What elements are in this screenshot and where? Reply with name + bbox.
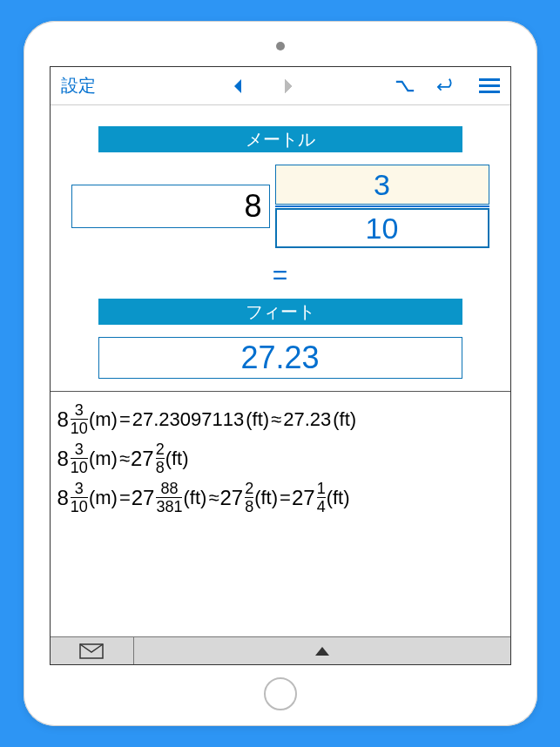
whole-input[interactable]: 8 xyxy=(71,185,270,228)
front-camera xyxy=(276,42,285,50)
result-output: 27.23 xyxy=(98,337,462,379)
mail-icon xyxy=(79,643,104,659)
result-line-1: 8310 (m) = 27.23097113 (ft) ≈ 27.23 (ft) xyxy=(57,402,503,436)
conversion-panel: メートル 8 3 10 = フィート 27.23 xyxy=(51,105,510,391)
expand-button[interactable] xyxy=(134,637,510,664)
tablet-frame: 設定 メートル xyxy=(24,21,537,726)
fraction-bar xyxy=(275,205,489,207)
result-line-2: 8310 (m) ≈ 2728 (ft) xyxy=(57,441,503,475)
next-icon xyxy=(279,77,298,96)
mail-button[interactable] xyxy=(51,637,134,664)
prev-icon[interactable] xyxy=(228,77,247,96)
from-unit-bar[interactable]: メートル xyxy=(98,126,462,152)
caret-up-icon xyxy=(315,647,329,656)
results-panel: 8310 (m) = 27.23097113 (ft) ≈ 27.23 (ft)… xyxy=(51,391,510,636)
equals-sign: = xyxy=(273,260,288,290)
fraction-input: 3 10 xyxy=(275,165,489,248)
result-line-3: 8310 (m) = 2788381 (ft) ≈ 2728 (ft) = 27… xyxy=(57,481,503,515)
undo-icon[interactable] xyxy=(437,77,456,96)
input-row: 8 3 10 xyxy=(71,165,489,248)
numerator-input[interactable]: 3 xyxy=(275,165,489,205)
home-button[interactable] xyxy=(264,677,297,710)
toolbar: 設定 xyxy=(51,67,510,105)
denominator-input[interactable]: 10 xyxy=(275,208,489,248)
menu-icon[interactable] xyxy=(479,78,500,93)
to-unit-bar[interactable]: フィート xyxy=(98,299,462,325)
option-icon[interactable] xyxy=(395,77,415,96)
bottom-bar xyxy=(51,636,510,664)
app-screen: 設定 メートル xyxy=(50,66,511,665)
settings-button[interactable]: 設定 xyxy=(61,74,96,98)
